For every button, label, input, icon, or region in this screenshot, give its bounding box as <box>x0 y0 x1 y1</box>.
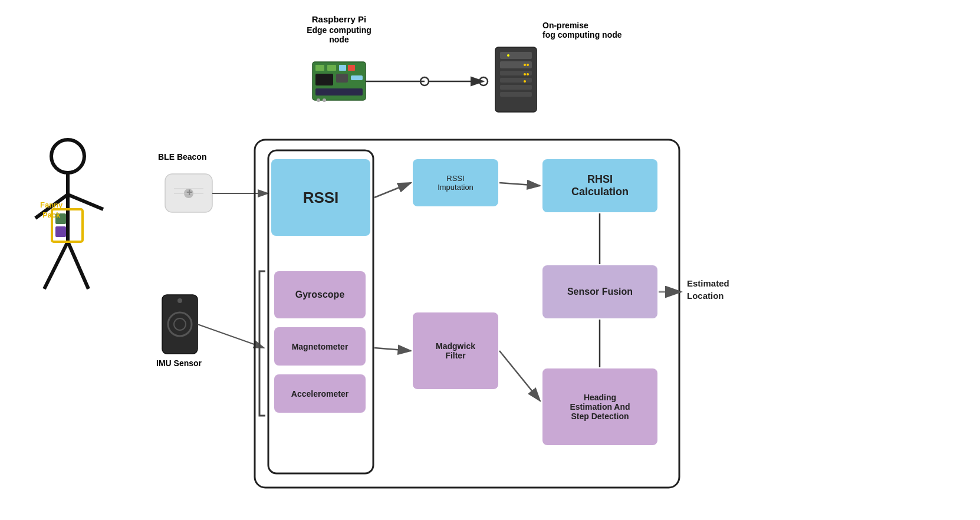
magnetometer-block: Magnetometer <box>274 327 366 366</box>
svg-point-19 <box>174 318 186 330</box>
svg-rect-22 <box>327 65 336 71</box>
ble-beacon-label: BLE Beacon <box>158 152 206 162</box>
svg-line-5 <box>68 195 103 209</box>
svg-point-2 <box>51 140 84 173</box>
rhsi-calculation-block: RHSI Calculation <box>542 159 657 212</box>
rssi-block: RSSI <box>271 159 370 236</box>
svg-point-17 <box>177 298 182 303</box>
sensor-fusion-block: Sensor Fusion <box>542 265 657 318</box>
svg-point-41 <box>524 73 526 75</box>
svg-point-39 <box>524 64 526 66</box>
svg-rect-36 <box>500 78 532 83</box>
svg-rect-27 <box>351 75 363 80</box>
svg-rect-10 <box>55 226 66 237</box>
svg-line-7 <box>68 242 88 289</box>
estimated-location-label: Estimated Location <box>687 277 729 302</box>
imu-sensor-label: IMU Sensor <box>156 358 202 368</box>
svg-point-33 <box>507 54 509 57</box>
svg-rect-23 <box>339 65 346 71</box>
svg-line-55 <box>499 351 540 401</box>
fanny-pack-label: Fanny Pack <box>40 200 63 220</box>
svg-point-47 <box>479 77 488 85</box>
svg-rect-38 <box>500 92 532 97</box>
server-label: On-premise fog computing node <box>542 21 622 40</box>
svg-rect-31 <box>495 47 537 112</box>
svg-line-54 <box>374 348 411 351</box>
svg-rect-11 <box>165 174 212 212</box>
arrows-overlay: + <box>0 0 980 520</box>
heading-estimation-block: Heading Estimation And Step Detection <box>542 368 657 445</box>
svg-rect-25 <box>315 74 333 85</box>
svg-rect-34 <box>500 61 532 68</box>
svg-rect-24 <box>348 65 355 71</box>
madgwick-filter-block: Madgwick Filter <box>413 312 498 389</box>
svg-point-18 <box>168 312 192 336</box>
svg-point-12 <box>184 189 193 198</box>
svg-rect-21 <box>315 65 324 71</box>
svg-point-30 <box>323 98 326 102</box>
svg-rect-32 <box>500 52 532 59</box>
svg-point-40 <box>527 64 529 66</box>
accelerometer-block: Accelerometer <box>274 374 366 413</box>
raspberry-pi-label: Raspberry Pi Edge computing node <box>301 13 377 44</box>
svg-line-53 <box>499 183 540 186</box>
svg-point-45 <box>420 77 429 85</box>
svg-line-49 <box>198 324 264 348</box>
svg-point-42 <box>527 73 529 75</box>
svg-rect-16 <box>162 295 198 354</box>
svg-rect-28 <box>315 88 363 96</box>
svg-text:+: + <box>186 186 193 198</box>
svg-line-52 <box>374 183 411 198</box>
gyroscope-block: Gyroscope <box>274 271 366 318</box>
rssi-imputation-block: RSSI Imputation <box>413 159 498 206</box>
svg-rect-35 <box>500 71 532 75</box>
diagram-container: + <box>0 0 980 520</box>
svg-rect-26 <box>336 74 348 83</box>
svg-rect-37 <box>500 85 532 90</box>
svg-line-6 <box>44 242 68 289</box>
svg-point-29 <box>317 98 320 102</box>
svg-rect-20 <box>313 62 366 100</box>
svg-point-43 <box>524 80 526 83</box>
